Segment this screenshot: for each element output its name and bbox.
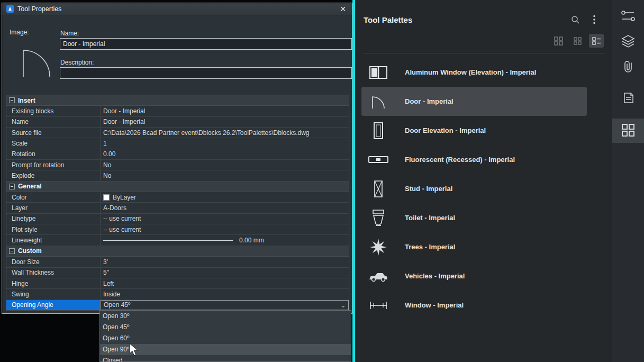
property-value[interactable]: 5" xyxy=(101,268,349,278)
section-label: General xyxy=(18,183,42,190)
tool-item-stud-imperial[interactable]: Stud - Imperial xyxy=(361,174,587,203)
tool-item-door-imperial[interactable]: Door - Imperial xyxy=(361,87,587,116)
collapse-minus-icon[interactable] xyxy=(9,97,15,103)
section-header-general[interactable]: General xyxy=(6,182,349,192)
collapse-minus-icon[interactable] xyxy=(9,184,15,189)
property-value-text: Inside xyxy=(103,291,120,298)
description-input[interactable] xyxy=(60,67,352,79)
vehicles-icon xyxy=(367,267,390,286)
layers-panel-button[interactable] xyxy=(612,30,644,54)
dropdown-option-open-60[interactable]: Open 60º xyxy=(100,333,351,344)
drawing-area: Tool Properties ✕ Image: Name: Descripti… xyxy=(0,0,352,362)
property-value[interactable]: Inside xyxy=(101,289,349,299)
kebab-menu-icon[interactable] xyxy=(587,13,602,26)
property-label[interactable]: Source file xyxy=(6,128,101,138)
tool-item-label: Window - Imperial xyxy=(405,301,464,309)
description-label: Description: xyxy=(60,59,94,66)
application-window: Tool Properties ✕ Image: Name: Descripti… xyxy=(0,0,644,362)
property-value-text: 0.00 xyxy=(103,150,115,158)
tool-item-trees-imperial[interactable]: Trees - Imperial xyxy=(361,232,587,261)
tool-item-fluorescent-recessed-imperial[interactable]: Fluorescent (Recessed) - Imperial xyxy=(361,145,587,174)
tool-palettes-panel-button[interactable] xyxy=(612,119,644,143)
property-label[interactable]: Prompt for rotation xyxy=(6,160,101,170)
property-label[interactable]: Lineweight xyxy=(6,235,101,245)
property-label[interactable]: Layer xyxy=(6,203,101,213)
collapse-minus-icon[interactable] xyxy=(9,248,15,254)
name-label: Name: xyxy=(60,30,79,37)
close-icon[interactable]: ✕ xyxy=(338,5,348,13)
chevron-down-icon[interactable]: ⌄ xyxy=(340,301,346,310)
search-icon[interactable] xyxy=(568,13,583,26)
property-row-rotation: Rotation0.00 xyxy=(6,149,349,160)
properties-grid: InsertExisting blocksDoor - ImperialName… xyxy=(6,95,349,311)
property-value[interactable]: Left xyxy=(101,278,349,288)
section-label: Custom xyxy=(18,247,42,255)
section-header-custom[interactable]: Custom xyxy=(6,246,349,257)
layers-icon xyxy=(620,34,636,50)
property-value[interactable]: -- use current xyxy=(101,224,349,234)
tool-item-label: Toilet - Imperial xyxy=(405,214,455,222)
property-value[interactable]: 1 xyxy=(101,138,349,148)
property-row-source-file: Source fileC:\Data\2026 Bcad Partner eve… xyxy=(6,128,349,138)
property-row-layer: LayerA-Doors xyxy=(6,203,349,213)
property-row-swing: SwingInside xyxy=(6,289,349,300)
property-value[interactable]: -- use current xyxy=(101,214,349,224)
property-value[interactable]: 0.00 xyxy=(101,149,349,159)
property-label[interactable]: Wall Thickness xyxy=(6,268,101,278)
block-preview-image xyxy=(16,37,57,82)
property-value[interactable]: 3' xyxy=(101,257,349,267)
property-value-text: -- use current xyxy=(103,215,141,222)
property-value[interactable]: Open 45º⌄ xyxy=(101,300,349,310)
list-view-icon[interactable] xyxy=(589,34,604,48)
tool-item-vehicles-imperial[interactable]: Vehicles - Imperial xyxy=(361,261,587,291)
property-value[interactable]: A-Doors xyxy=(101,203,349,213)
dropdown-option-open-45[interactable]: Open 45º xyxy=(100,322,351,333)
property-label[interactable]: Existing blocks xyxy=(6,106,101,116)
property-value[interactable]: Door - Imperial xyxy=(101,106,349,116)
property-value-text: C:\Data\2026 Bcad Partner event\Dblocks … xyxy=(103,129,310,137)
property-value-text: ByLayer xyxy=(113,194,136,201)
sheets-icon xyxy=(620,91,636,107)
grid-large-view-icon[interactable] xyxy=(551,34,566,48)
property-row-existing-blocks: Existing blocksDoor - Imperial xyxy=(6,106,349,116)
aluminum-window-icon xyxy=(367,63,390,82)
property-value[interactable]: 0.00 mm xyxy=(101,235,349,245)
property-label[interactable]: Door Size xyxy=(6,257,101,267)
property-label[interactable]: Linetype xyxy=(6,214,101,224)
property-label[interactable]: Hinge xyxy=(6,278,101,288)
tool-item-label: Door Elevation - Imperial xyxy=(405,126,486,134)
property-value-text: Open 45º xyxy=(104,301,130,309)
property-label[interactable]: Explode xyxy=(6,170,101,180)
tool-item-toilet-imperial[interactable]: Toilet - Imperial xyxy=(361,203,587,232)
constraints-panel-button[interactable] xyxy=(612,4,644,29)
window-icon xyxy=(367,296,390,315)
property-label[interactable]: Opening Angle xyxy=(6,300,101,310)
tool-item-label: Door - Imperial xyxy=(405,97,453,105)
property-row-linetype: Linetype-- use current xyxy=(6,214,349,224)
tool-item-door-elevation-imperial[interactable]: Door Elevation - Imperial xyxy=(361,116,587,145)
tool-item-window-imperial[interactable]: Window - Imperial xyxy=(361,291,587,320)
attachments-panel-button[interactable] xyxy=(612,55,644,79)
property-label[interactable]: Plot style xyxy=(6,224,101,234)
property-value[interactable]: C:\Data\2026 Bcad Partner event\Dblocks … xyxy=(101,128,349,138)
property-value[interactable]: No xyxy=(101,170,349,180)
name-input[interactable] xyxy=(60,38,352,50)
property-value[interactable]: No xyxy=(101,160,349,170)
tool-item-aluminum-window-elevation-imperial[interactable]: Aluminum Window (Elevation) - Imperial xyxy=(361,58,587,87)
dropdown-option-open-30[interactable]: Open 30º xyxy=(100,311,351,322)
dialog-titlebar[interactable]: Tool Properties ✕ xyxy=(2,3,352,15)
property-label[interactable]: Name xyxy=(6,117,101,127)
property-label[interactable]: Swing xyxy=(6,289,101,299)
sheets-panel-button[interactable] xyxy=(612,87,644,111)
property-label[interactable]: Rotation xyxy=(6,149,101,159)
fluorescent-icon xyxy=(367,150,390,169)
property-value-text: Door - Imperial xyxy=(103,107,145,115)
color-swatch[interactable] xyxy=(103,194,110,201)
section-header-insert[interactable]: Insert xyxy=(6,95,349,106)
property-label[interactable]: Scale xyxy=(6,138,101,148)
property-value[interactable]: Door - Imperial xyxy=(101,117,349,127)
property-value-text: No xyxy=(103,161,111,169)
grid-small-view-icon[interactable] xyxy=(570,34,585,48)
property-value[interactable]: ByLayer xyxy=(101,192,349,202)
property-label[interactable]: Color xyxy=(6,192,101,202)
